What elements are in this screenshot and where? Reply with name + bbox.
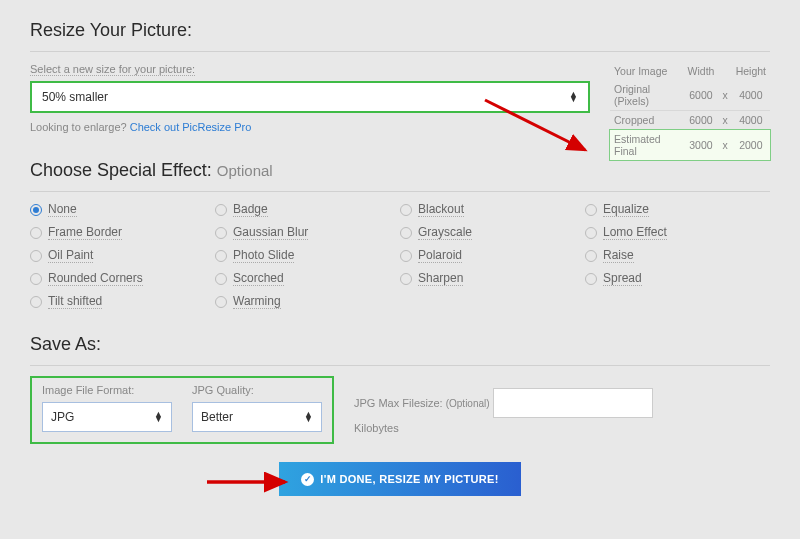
format-col: Image File Format: JPG ▲▼ — [42, 384, 172, 432]
radio-icon — [215, 296, 227, 308]
effect-option[interactable]: Raise — [585, 248, 770, 263]
effect-label: Badge — [233, 202, 268, 217]
dims-row-cropped: Cropped 6000 x 4000 — [610, 111, 770, 130]
max-filesize-col: JPG Max Filesize: (Optional) Kilobytes — [334, 376, 653, 434]
submit-label: I'M DONE, RESIZE MY PICTURE! — [320, 473, 498, 485]
quality-col: JPG Quality: Better ▲▼ — [192, 384, 322, 432]
effect-option[interactable]: Gaussian Blur — [215, 225, 400, 240]
effect-label: Tilt shifted — [48, 294, 102, 309]
dimensions-table: Your Image Width Height Original (Pixels… — [610, 62, 770, 160]
divider — [30, 191, 770, 192]
check-circle-icon: ✓ — [301, 473, 314, 486]
radio-icon — [400, 227, 412, 239]
effect-label: Gaussian Blur — [233, 225, 308, 240]
effect-label: Spread — [603, 271, 642, 286]
size-label: Select a new size for your picture: — [30, 63, 195, 76]
effect-option[interactable]: Scorched — [215, 271, 400, 286]
quality-select[interactable]: Better ▲▼ — [192, 402, 322, 432]
enlarge-line: Looking to enlarge? Check out PicResize … — [30, 121, 590, 133]
effects-optional: Optional — [217, 162, 273, 179]
format-select[interactable]: JPG ▲▼ — [42, 402, 172, 432]
effect-option[interactable]: Photo Slide — [215, 248, 400, 263]
save-title: Save As: — [30, 334, 770, 355]
dims-header: Your Image Width Height — [610, 62, 770, 80]
max-label: JPG Max Filesize: — [354, 397, 443, 409]
select-arrows-icon: ▲▼ — [154, 412, 163, 422]
effect-option[interactable]: Warming — [215, 294, 400, 309]
radio-icon — [30, 296, 42, 308]
select-arrows-icon: ▲▼ — [569, 92, 578, 102]
size-select-value: 50% smaller — [42, 90, 108, 104]
resize-submit-button[interactable]: ✓ I'M DONE, RESIZE MY PICTURE! — [279, 462, 520, 496]
radio-icon — [30, 204, 42, 216]
effect-label: Sharpen — [418, 271, 463, 286]
effect-option[interactable]: Blackout — [400, 202, 585, 217]
col-image: Your Image — [610, 62, 684, 80]
effect-label: Equalize — [603, 202, 649, 217]
effect-label: None — [48, 202, 77, 217]
resize-title: Resize Your Picture: — [30, 20, 770, 41]
dims-row-estimated: Estimated Final 3000 x 2000 — [610, 130, 770, 161]
radio-icon — [585, 273, 597, 285]
effect-option[interactable]: Sharpen — [400, 271, 585, 286]
page: Resize Your Picture: Select a new size f… — [30, 20, 770, 496]
quality-value: Better — [201, 410, 233, 424]
radio-icon — [30, 250, 42, 262]
effect-option[interactable]: Lomo Effect — [585, 225, 770, 240]
effect-label: Oil Paint — [48, 248, 93, 263]
effect-label: Photo Slide — [233, 248, 294, 263]
enlarge-link[interactable]: Check out PicResize Pro — [130, 121, 252, 133]
radio-icon — [215, 273, 227, 285]
submit-row: ✓ I'M DONE, RESIZE MY PICTURE! — [30, 462, 770, 496]
save-section: Image File Format: JPG ▲▼ JPG Quality: B… — [30, 376, 770, 444]
col-width: Width — [684, 62, 719, 80]
kb-label: Kilobytes — [354, 422, 653, 434]
effect-option[interactable]: Rounded Corners — [30, 271, 215, 286]
radio-icon — [215, 250, 227, 262]
enlarge-text: Looking to enlarge? — [30, 121, 130, 133]
effect-label: Frame Border — [48, 225, 122, 240]
max-optional: (Optional) — [446, 398, 490, 409]
radio-icon — [585, 250, 597, 262]
effect-option[interactable]: None — [30, 202, 215, 217]
effect-label: Lomo Effect — [603, 225, 667, 240]
effect-label: Rounded Corners — [48, 271, 143, 286]
effects-title: Choose Special Effect: Optional — [30, 160, 770, 181]
effect-option[interactable]: Badge — [215, 202, 400, 217]
effect-option[interactable]: Tilt shifted — [30, 294, 215, 309]
radio-icon — [585, 227, 597, 239]
select-arrows-icon: ▲▼ — [304, 412, 313, 422]
radio-icon — [400, 250, 412, 262]
radio-icon — [30, 273, 42, 285]
radio-icon — [400, 204, 412, 216]
radio-icon — [215, 204, 227, 216]
size-select[interactable]: 50% smaller ▲▼ — [30, 81, 590, 113]
effect-option[interactable]: Spread — [585, 271, 770, 286]
effect-label: Warming — [233, 294, 281, 309]
effect-label: Raise — [603, 248, 634, 263]
effect-label: Scorched — [233, 271, 284, 286]
radio-icon — [585, 204, 597, 216]
col-height: Height — [732, 62, 770, 80]
effect-option[interactable]: Polaroid — [400, 248, 585, 263]
effect-option[interactable]: Equalize — [585, 202, 770, 217]
resize-left: Select a new size for your picture: 50% … — [30, 62, 590, 160]
resize-row: Select a new size for your picture: 50% … — [30, 62, 770, 160]
max-filesize-input[interactable] — [493, 388, 653, 418]
effect-label: Grayscale — [418, 225, 472, 240]
radio-icon — [30, 227, 42, 239]
radio-icon — [215, 227, 227, 239]
quality-label: JPG Quality: — [192, 384, 322, 396]
effect-option[interactable]: Oil Paint — [30, 248, 215, 263]
effect-option[interactable]: Grayscale — [400, 225, 585, 240]
effects-grid: NoneBadgeBlackoutEqualizeFrame BorderGau… — [30, 202, 770, 309]
format-value: JPG — [51, 410, 74, 424]
effect-label: Polaroid — [418, 248, 462, 263]
divider — [30, 51, 770, 52]
effect-option[interactable]: Frame Border — [30, 225, 215, 240]
divider — [30, 365, 770, 366]
format-label: Image File Format: — [42, 384, 172, 396]
radio-icon — [400, 273, 412, 285]
dims-row-original: Original (Pixels) 6000 x 4000 — [610, 80, 770, 111]
effect-label: Blackout — [418, 202, 464, 217]
